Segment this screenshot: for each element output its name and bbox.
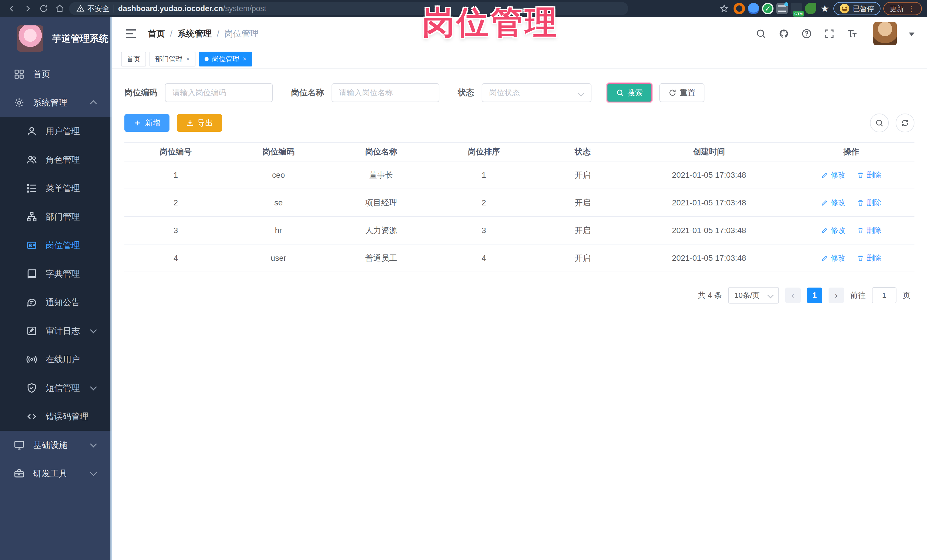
address-divider bbox=[114, 5, 114, 12]
github-icon[interactable] bbox=[778, 27, 790, 40]
extension-sliders-icon[interactable] bbox=[777, 3, 788, 14]
post-name-input[interactable] bbox=[331, 83, 439, 102]
sidebar-item-基础设施[interactable]: 基础设施 bbox=[0, 431, 112, 459]
prev-page-button[interactable]: ‹ bbox=[785, 288, 801, 303]
post-badge-icon bbox=[26, 240, 37, 251]
sidebar-item-系统管理[interactable]: 系统管理 bbox=[0, 88, 112, 117]
reset-button[interactable]: 重置 bbox=[660, 83, 704, 102]
col-status: 状态 bbox=[535, 143, 630, 161]
browser-menu-icon[interactable]: ⋮ bbox=[907, 4, 916, 14]
pagination: 共 4 条 10条/页 ‹ 1 › 前往 页 bbox=[125, 287, 915, 304]
security-warning[interactable]: 不安全 bbox=[76, 4, 109, 14]
cell-post-name: 人力资源 bbox=[330, 217, 433, 244]
home-icon[interactable] bbox=[53, 2, 66, 15]
post-code-input[interactable] bbox=[165, 83, 273, 102]
address-bar[interactable]: 不安全 dashboard.yudao.iocoder.cn/system/po… bbox=[69, 2, 628, 15]
back-icon[interactable] bbox=[5, 2, 18, 15]
page-number-1[interactable]: 1 bbox=[807, 288, 822, 303]
sidebar-item-角色管理[interactable]: 角色管理 bbox=[0, 146, 112, 174]
sidebar-item-研发工具[interactable]: 研发工具 bbox=[0, 459, 112, 488]
user-avatar[interactable] bbox=[873, 22, 897, 46]
sidebar-item-错误码管理[interactable]: 错误码管理 bbox=[0, 402, 112, 431]
edit-pencil-icon bbox=[821, 255, 828, 262]
sidebar-menu: 首页 系统管理 用户管理 角色管理 菜单管理 bbox=[0, 60, 112, 488]
user-icon bbox=[26, 126, 37, 137]
url-text: dashboard.yudao.iocoder.cn/system/post bbox=[118, 4, 266, 13]
sidebar-item-首页[interactable]: 首页 bbox=[0, 60, 112, 88]
sidebar-item-字典管理[interactable]: 字典管理 bbox=[0, 260, 112, 288]
warning-triangle-icon bbox=[76, 5, 84, 12]
avatar-caret-down-icon[interactable] bbox=[909, 32, 915, 39]
edit-link[interactable]: 修改 bbox=[821, 225, 845, 235]
profile-paused-badge[interactable]: 已暂停 bbox=[833, 2, 880, 15]
delete-link[interactable]: 删除 bbox=[857, 170, 881, 180]
system-submenu: 用户管理 角色管理 菜单管理 部门管理 岗位管理 字典管理 bbox=[0, 117, 112, 431]
sidebar-item-短信管理[interactable]: 短信管理 bbox=[0, 374, 112, 402]
hamburger-icon[interactable] bbox=[125, 27, 138, 40]
tab-close-icon[interactable]: × bbox=[243, 55, 246, 63]
goto-page-input[interactable] bbox=[872, 287, 897, 303]
col-post-id: 岗位编号 bbox=[125, 143, 227, 161]
toggle-search-button[interactable] bbox=[870, 114, 889, 132]
forward-icon[interactable] bbox=[21, 2, 34, 15]
edit-link-label: 修改 bbox=[831, 225, 845, 235]
col-post-sort: 岗位排序 bbox=[433, 143, 535, 161]
fullscreen-icon[interactable] bbox=[823, 27, 836, 40]
extension-ring-icon[interactable] bbox=[734, 3, 745, 14]
sidebar-item-通知公告[interactable]: 通知公告 bbox=[0, 288, 112, 317]
extension-puzzle-icon[interactable]: ★ bbox=[819, 3, 831, 14]
sidebar-item-label: 角色管理 bbox=[46, 154, 80, 166]
breadcrumb-current: 岗位管理 bbox=[225, 28, 259, 39]
cell-status: 开启 bbox=[535, 161, 630, 189]
sidebar-item-审计日志[interactable]: 审计日志 bbox=[0, 317, 112, 345]
sidebar-item-label: 首页 bbox=[33, 68, 50, 80]
tab-close-icon[interactable]: × bbox=[186, 55, 190, 63]
sidebar-item-label: 在线用户 bbox=[46, 354, 80, 366]
export-button[interactable]: 导出 bbox=[177, 114, 222, 132]
error-code-icon bbox=[26, 411, 37, 422]
app-logo-image bbox=[17, 26, 43, 52]
edit-link-label: 修改 bbox=[831, 170, 845, 180]
add-button-label: 新增 bbox=[145, 118, 160, 128]
sidebar-item-岗位管理[interactable]: 岗位管理 bbox=[0, 231, 112, 260]
tab-岗位管理[interactable]: 岗位管理 × bbox=[199, 52, 252, 67]
add-button[interactable]: 新增 bbox=[125, 114, 169, 132]
sidebar-item-用户管理[interactable]: 用户管理 bbox=[0, 117, 112, 146]
plus-icon bbox=[134, 119, 141, 127]
tab-部门管理[interactable]: 部门管理 × bbox=[149, 52, 195, 67]
bookmark-star-icon[interactable] bbox=[717, 2, 731, 15]
cell-status: 开启 bbox=[535, 244, 630, 272]
sidebar-item-label: 字典管理 bbox=[46, 268, 80, 280]
sidebar-item-label: 菜单管理 bbox=[46, 182, 80, 194]
tab-label: 岗位管理 bbox=[212, 55, 239, 64]
refresh-table-button[interactable] bbox=[896, 114, 915, 132]
edit-link[interactable]: 修改 bbox=[821, 170, 845, 180]
breadcrumb-system[interactable]: 系统管理 bbox=[178, 28, 212, 39]
cell-status: 开启 bbox=[535, 217, 630, 244]
table-row: 2 se 项目经理 2 开启 2021-01-05 17:03:48 修改 bbox=[125, 189, 915, 217]
delete-link[interactable]: 删除 bbox=[857, 198, 881, 208]
delete-link[interactable]: 删除 bbox=[857, 225, 881, 235]
tab-首页[interactable]: 首页 × bbox=[121, 52, 146, 67]
update-button[interactable]: 更新 ⋮ bbox=[883, 2, 922, 15]
page-size-select[interactable]: 10条/页 bbox=[728, 287, 779, 304]
edit-link[interactable]: 修改 bbox=[821, 253, 845, 263]
header-search-icon[interactable] bbox=[755, 27, 767, 40]
app-logo-row[interactable]: 芋道管理系统 bbox=[0, 17, 112, 60]
status-select[interactable]: 岗位状态 bbox=[482, 83, 591, 102]
help-icon[interactable] bbox=[800, 27, 813, 40]
sidebar-item-菜单管理[interactable]: 菜单管理 bbox=[0, 174, 112, 203]
extension-pin-icon[interactable] bbox=[748, 3, 759, 14]
extension-gtm-icon[interactable]: GTM bbox=[790, 3, 802, 14]
font-size-icon[interactable] bbox=[846, 27, 859, 40]
extension-leaf-icon[interactable] bbox=[805, 3, 816, 14]
edit-link[interactable]: 修改 bbox=[821, 198, 845, 208]
reload-icon[interactable] bbox=[37, 2, 50, 15]
next-page-button[interactable]: › bbox=[828, 288, 844, 303]
breadcrumb-home[interactable]: 首页 bbox=[148, 28, 165, 39]
delete-link[interactable]: 删除 bbox=[857, 253, 881, 263]
sidebar-item-部门管理[interactable]: 部门管理 bbox=[0, 203, 112, 231]
extension-check-icon[interactable]: ✓ bbox=[762, 3, 774, 14]
search-button[interactable]: 搜索 bbox=[607, 83, 652, 102]
sidebar-item-在线用户[interactable]: 在线用户 bbox=[0, 345, 112, 374]
